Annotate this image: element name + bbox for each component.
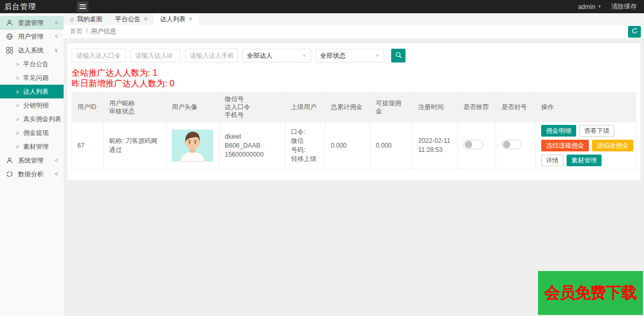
promo-text: 会员免费下载 <box>544 282 637 304</box>
cell-total-commission: 0.000 <box>325 122 370 169</box>
select-value: 全部状态 <box>320 51 346 60</box>
cell-wechat-code-phone: dkewl B606_DAAB 15600000000 <box>219 122 286 169</box>
select-value: 全部达人 <box>247 51 272 60</box>
header-reg-time: 注册时间 <box>413 93 458 122</box>
sidebar-subitem-faq[interactable]: > 常见问题 <box>0 71 64 85</box>
status-select[interactable]: 全部状态 ▼ <box>315 49 384 62</box>
chevron-collapsed-icon: < <box>55 157 58 164</box>
cell-nickname-status: 昵称: 刀客源码网 通过 <box>104 122 166 169</box>
sidebar-subitem-material-management[interactable]: > 素材管理 <box>0 140 64 154</box>
top-bar: 后台管理 admin ▼ 清除缓存 <box>0 0 644 13</box>
parent-line-wechat: 微信 <box>291 137 320 146</box>
hamburger-menu-button[interactable] <box>77 1 89 12</box>
topbar-right: admin ▼ 清除缓存 <box>578 2 644 11</box>
chevron-right-icon: > <box>16 130 19 136</box>
search-row: 全部达人 ▼ 全部状态 ▼ <box>72 48 636 62</box>
chevron-right-icon: > <box>16 61 19 67</box>
sidebar-item-system-management[interactable]: 系统管理 < <box>0 154 64 167</box>
home-icon: ⌂ <box>70 15 74 23</box>
sidebar-subitem-label: 分销明细 <box>23 101 49 110</box>
user-menu[interactable]: admin ▼ <box>578 3 602 11</box>
sidebar-subitem-distribution-detail[interactable]: > 分销明细 <box>0 98 64 112</box>
analysis-circle-icon <box>5 170 14 178</box>
sidebar-subitem-label: 常见问题 <box>23 74 49 83</box>
talent-table: 用户ID 用户昵称 审核状态 用户头像 微信号 达人口令 手机号 上级用户 总累… <box>72 92 636 169</box>
cell-recommend <box>458 122 496 169</box>
chevron-collapsed-icon: < <box>55 19 58 26</box>
talent-phone-input[interactable] <box>185 49 238 62</box>
parent-line-code: 口令: <box>291 128 320 137</box>
username: admin <box>578 3 595 11</box>
chevron-right-icon: > <box>16 144 19 150</box>
close-icon[interactable]: × <box>144 15 147 23</box>
chevron-expanded-icon: ∨ <box>54 47 58 54</box>
user-info-panel: 全部达人 ▼ 全部状态 ▼ 全站推广达人人数为: 1 昨日 <box>67 43 640 180</box>
avatar <box>172 129 213 162</box>
cell-reg-time: 2022-02-11 11:28:53 <box>413 122 458 169</box>
chevron-right-icon: > <box>16 116 19 122</box>
sidebar-item-label: 用户管理 <box>18 32 55 41</box>
sidebar-item-label: 达人系统 <box>18 46 54 55</box>
user-icon <box>5 19 14 27</box>
tab-label: 我的桌面 <box>77 15 102 24</box>
tab-bar: ⌂ 我的桌面 平台公告 × 达人列表 × <box>64 13 644 25</box>
search-icon <box>395 51 402 60</box>
banned-toggle[interactable] <box>501 140 522 149</box>
chevron-right-icon: > <box>16 103 19 109</box>
sidebar-subitem-commission-withdraw[interactable]: > 佣金提现 <box>0 126 64 140</box>
sidebar-item-label: 数据分析 <box>18 170 55 179</box>
talent-type-select[interactable]: 全部达人 ▼ <box>242 49 311 62</box>
sidebar-item-user-management[interactable]: 用户管理 < <box>0 30 64 43</box>
globe-icon <box>5 32 14 41</box>
chevron-collapsed-icon: < <box>55 170 58 177</box>
chevron-down-icon: ▼ <box>302 53 306 58</box>
search-button[interactable] <box>391 49 405 62</box>
view-subordinates-button[interactable]: 查看下级 <box>579 125 614 137</box>
sidebar-subitem-platform-notice[interactable]: > 平台公告 <box>0 57 64 71</box>
promo-banner[interactable]: 会员免费下载 <box>538 271 643 315</box>
grid-icon <box>5 46 14 55</box>
transfer-parent-link[interactable]: 转移上级 <box>291 155 320 164</box>
breadcrumb-root[interactable]: 首页 <box>70 27 83 36</box>
tab-talent-list[interactable]: 达人列表 × <box>154 13 199 25</box>
breadcrumb-current: 用户信息 <box>91 27 116 36</box>
sidebar-item-label: 系统管理 <box>18 156 55 165</box>
close-icon[interactable]: × <box>189 15 192 23</box>
action-buttons: 佣金明细 查看下级 冻结违规佣金 虚拟改佣金 详情 素材管理 <box>541 125 644 166</box>
material-management-button[interactable]: 素材管理 <box>567 155 602 166</box>
tab-platform-notice[interactable]: 平台公告 × <box>109 13 154 25</box>
header-avatar: 用户头像 <box>166 93 219 122</box>
cell-actions: 佣金明细 查看下级 冻结违规佣金 虚拟改佣金 详情 素材管理 <box>536 122 636 169</box>
sidebar-subitem-real-commission-list[interactable]: > 真实佣金列表 <box>0 112 64 126</box>
promotion-stats: 全站推广达人人数为: 1 昨日新增推广达人人数为: 0 <box>72 68 636 89</box>
sidebar-item-resources[interactable]: 资源管理 < <box>0 16 64 30</box>
app-title: 后台管理 <box>0 2 64 12</box>
clear-cache-button[interactable]: 清除缓存 <box>611 2 637 11</box>
table-row: 67 昵称: 刀客源码网 通过 <box>72 122 636 169</box>
detail-button[interactable]: 详情 <box>541 155 563 166</box>
refresh-icon <box>631 28 638 36</box>
sidebar-subitem-label: 真实佣金列表 <box>23 115 61 124</box>
chevron-collapsed-icon: < <box>55 33 58 40</box>
virtual-edit-commission-button[interactable]: 虚拟改佣金 <box>592 140 633 151</box>
sidebar-subitem-label: 佣金提现 <box>23 129 49 138</box>
table-header-row: 用户ID 用户昵称 审核状态 用户头像 微信号 达人口令 手机号 上级用户 总累… <box>72 93 636 122</box>
talent-code-input[interactable] <box>72 49 126 62</box>
tab-label: 平台公告 <box>115 15 140 24</box>
refresh-button[interactable] <box>628 26 641 38</box>
sidebar-subitem-talent-list[interactable]: > 达人列表 <box>0 85 64 98</box>
freeze-commission-button[interactable]: 冻结违规佣金 <box>541 140 589 151</box>
recommend-toggle[interactable] <box>463 140 483 149</box>
cell-parent-user: 口令: 微信 号码: 转移上级 <box>286 122 325 169</box>
sidebar-item-talent-system[interactable]: 达人系统 ∨ <box>0 43 64 57</box>
toggle-knob <box>503 141 510 148</box>
tab-my-desktop[interactable]: ⌂ 我的桌面 <box>64 13 109 25</box>
hamburger-icon <box>80 3 86 10</box>
talent-id-input[interactable] <box>130 49 181 62</box>
header-nickname-status: 用户昵称 审核状态 <box>104 93 166 122</box>
cell-avatar <box>166 122 219 169</box>
commission-detail-button[interactable]: 佣金明细 <box>541 125 576 137</box>
header-wechat-code-phone: 微信号 达人口令 手机号 <box>219 93 286 122</box>
sidebar-item-data-analysis[interactable]: 数据分析 < <box>0 167 64 181</box>
header-total-commission: 总累计佣金 <box>325 93 370 122</box>
